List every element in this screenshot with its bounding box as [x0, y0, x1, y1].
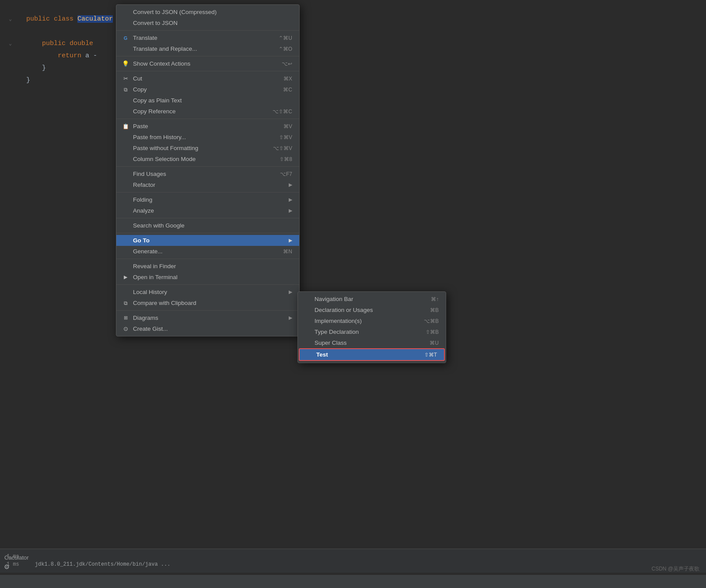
menu-item-show-context-actions[interactable]: 💡 Show Context Actions ⌥↩	[116, 58, 299, 69]
menu-item-copy[interactable]: ⧉ Copy ⌘C	[116, 84, 299, 95]
menu-item-paste[interactable]: 📋 Paste ⌘V	[116, 121, 299, 132]
separator-4	[116, 119, 299, 119]
submenu-type-declaration[interactable]: Type Declaration ⇧⌘B	[298, 326, 446, 337]
menu-item-paste-no-format[interactable]: Paste without Formatting ⌥⇧⌘V	[116, 143, 299, 154]
code-line-4: return a -	[26, 50, 97, 62]
submenu-nav-bar[interactable]: Navigation Bar ⌘↑	[298, 294, 446, 304]
separator-6	[116, 192, 299, 192]
code-line-2	[26, 25, 30, 38]
status-bar	[0, 575, 706, 588]
menu-item-paste-history[interactable]: Paste from History... ⇧⌘V	[116, 132, 299, 143]
menu-item-analyze[interactable]: Analyze ▶	[116, 205, 299, 216]
run-line-1: 1 ms	[7, 553, 699, 560]
menu-item-convert-json[interactable]: Convert to JSON	[116, 18, 299, 28]
code-line-6: }	[26, 74, 30, 87]
submenu-implementations[interactable]: Implementation(s) ⌥⌘B	[298, 315, 446, 326]
separator-3	[116, 71, 299, 71]
context-menu: Convert to JSON (Compressed) Convert to …	[116, 4, 300, 336]
menu-item-cut[interactable]: ✂ Cut ⌘X	[116, 73, 299, 84]
paste-icon: 📋	[122, 123, 129, 130]
submenu-goto: Navigation Bar ⌘↑ Declaration or Usages …	[297, 291, 446, 363]
fold-icon-2: ⌄	[9, 38, 12, 50]
menu-item-generate[interactable]: Generate... ⌘N	[116, 246, 299, 257]
code-line-3: public double	[26, 38, 97, 50]
submenu-declaration[interactable]: Declaration or Usages ⌘B	[298, 304, 446, 315]
menu-item-copy-reference[interactable]: Copy Reference ⌥⇧⌘C	[116, 106, 299, 117]
menu-item-create-gist[interactable]: ⊙ Create Gist...	[116, 323, 299, 334]
menu-item-find-usages[interactable]: Find Usages ⌥F7	[116, 168, 299, 179]
github-icon: ⊙	[122, 326, 129, 332]
separator-9	[116, 259, 299, 259]
copy-icon: ⧉	[122, 87, 129, 93]
run-line-2: 1 ms jdk1.8.0_211.jdk/Contents/Home/bin/…	[7, 560, 699, 568]
gear-icon[interactable]: ⚙	[4, 562, 9, 571]
separator-11	[116, 310, 299, 311]
fold-icon: ⌄	[9, 13, 12, 25]
menu-item-local-history[interactable]: Local History ▶	[116, 287, 299, 298]
run-output-panel: 1 ms 1 ms jdk1.8.0_211.jdk/Contents/Home…	[0, 549, 706, 573]
code-line-5: }	[26, 62, 46, 74]
submenu-super-class[interactable]: Super Class ⌘U	[298, 337, 446, 348]
code-line-1: public class Caculator {	[26, 13, 121, 25]
separator-5	[116, 166, 299, 167]
menu-item-folding[interactable]: Folding ▶	[116, 194, 299, 205]
menu-item-column-selection[interactable]: Column Selection Mode ⇧⌘8	[116, 154, 299, 164]
menu-item-copy-plain[interactable]: Copy as Plain Text	[116, 95, 299, 106]
bottom-tab-label: Caculator	[4, 554, 29, 561]
menu-item-translate-replace[interactable]: Translate and Replace... ⌃⌘O	[116, 43, 299, 54]
menu-item-compare-clipboard[interactable]: ⧉ Compare with Clipboard	[116, 298, 299, 308]
no-icon-18: ⊞	[122, 315, 129, 321]
menu-item-go-to[interactable]: Go To ▶	[116, 235, 299, 246]
terminal-icon: ▶	[122, 274, 129, 280]
menu-item-translate[interactable]: G Translate ⌃⌘U	[116, 32, 299, 43]
separator-7	[116, 218, 299, 218]
menu-item-refactor[interactable]: Refactor ▶	[116, 179, 299, 190]
translate-icon: G	[122, 35, 129, 41]
separator-10	[116, 284, 299, 285]
menu-item-convert-json-compressed[interactable]: Convert to JSON (Compressed)	[116, 7, 299, 18]
separator-8	[116, 233, 299, 233]
watermark: CSDN @吴声子夜歌	[651, 565, 699, 573]
menu-item-reveal-finder[interactable]: Reveal in Finder	[116, 261, 299, 272]
separator-2	[116, 56, 299, 56]
separator-1	[116, 30, 299, 31]
cut-icon: ✂	[122, 75, 129, 82]
menu-item-open-terminal[interactable]: ▶ Open in Terminal	[116, 272, 299, 283]
submenu-test[interactable]: Test ⇧⌘T	[299, 348, 445, 361]
menu-item-search-google[interactable]: Search with Google	[116, 220, 299, 231]
bulb-icon: 💡	[122, 60, 129, 67]
compare-icon: ⧉	[122, 300, 129, 306]
menu-item-diagrams[interactable]: ⊞ Diagrams ▶	[116, 312, 299, 323]
